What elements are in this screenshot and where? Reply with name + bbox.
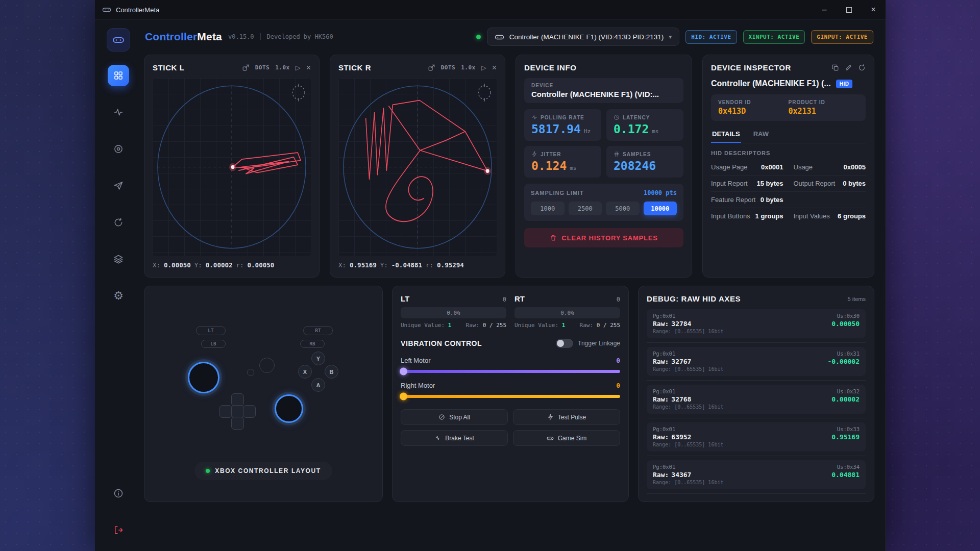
device-inspector-panel: DEVICE INSPECTOR — [702, 55, 874, 278]
limit-option-2500[interactable]: 2500 — [569, 202, 602, 215]
hid-axis-item: Pg:0x01Us:0x32 Raw:327680.00002 Range: [… — [647, 385, 866, 414]
brake-test-button[interactable]: Brake Test — [401, 430, 508, 446]
vendor-id-cell: VENDOR ID 0x413D — [718, 99, 789, 116]
trigger-linkage-label: Trigger Linkage — [578, 340, 620, 347]
sampling-limit-value: 10000 pts — [644, 189, 677, 196]
logo-primary: Controller — [145, 31, 197, 42]
product-id-value: 0x2131 — [789, 107, 859, 116]
popout-icon[interactable] — [428, 64, 435, 71]
play-icon[interactable]: ▷ — [296, 64, 301, 71]
debug-axes-panel: DEBUG: RAW HID AXES 5 items Pg:0x01Us:0x… — [638, 286, 874, 502]
developer-label: Developed by HK560 — [267, 33, 333, 40]
connection-status-dot — [476, 35, 481, 39]
panel-title: DEVICE INFO — [524, 63, 683, 72]
stick-l-position-dot — [231, 165, 235, 169]
hash-icon — [614, 151, 620, 157]
stick-r-trace — [366, 101, 487, 222]
product-id-cell: PRODUCT ID 0x2131 — [789, 99, 859, 116]
sidebar-item-send[interactable] — [108, 175, 129, 196]
vendor-id-value: 0x413D — [718, 107, 789, 116]
sidebar-item-layers[interactable] — [108, 248, 129, 270]
left-motor-slider[interactable] — [401, 370, 620, 373]
hid-axis-item: Pg:0x01Us:0x30 Raw:327840.00050 Range: [… — [647, 309, 866, 338]
limit-option-5000[interactable]: 5000 — [606, 202, 640, 215]
stick-l-coordinates: X:0.00050 Y:0.00002 r:0.00050 — [153, 261, 311, 269]
plot-mode-button[interactable]: DOTS — [255, 64, 270, 71]
layers-icon — [113, 254, 124, 264]
right-motor-slider[interactable] — [401, 395, 620, 398]
x-button: X — [298, 365, 312, 379]
trash-icon — [550, 234, 557, 241]
copy-icon[interactable] — [831, 64, 839, 71]
sampling-limit-label: SAMPLING LIMIT — [531, 190, 584, 196]
app-logo-avatar — [107, 28, 130, 52]
gear-icon: ⚙ — [113, 290, 124, 302]
slider-thumb[interactable] — [400, 368, 407, 375]
activity-icon — [531, 114, 537, 120]
close-icon[interactable]: × — [306, 64, 311, 72]
sidebar-item-dashboard[interactable] — [108, 65, 129, 86]
recenter-icon[interactable] — [292, 84, 305, 102]
info-icon — [113, 488, 124, 498]
slider-thumb[interactable] — [400, 393, 407, 400]
hid-axis-item: Pg:0x01Us:0x33 Raw:639520.95169 Range: [… — [647, 422, 866, 452]
header-divider — [260, 33, 261, 40]
plot-zoom-button[interactable]: 1.0x — [275, 64, 290, 71]
close-icon[interactable]: × — [492, 64, 497, 72]
triggers-vibration-panel: LT 0 0.0% Unique Value: 1 Raw: 0 / 255 — [392, 286, 629, 502]
stop-all-button[interactable]: Stop All — [401, 409, 508, 425]
gamepad-icon — [495, 32, 504, 42]
inspector-tabs: DETAILS RAW — [711, 128, 866, 143]
tab-raw[interactable]: RAW — [752, 128, 770, 143]
guide-button — [259, 358, 275, 373]
popout-icon[interactable] — [366, 294, 374, 302]
minimize-button[interactable]: – — [812, 0, 837, 19]
edit-pencil-icon[interactable] — [845, 64, 852, 71]
selected-device-label: Controller (MACHENIKE F1) (VID:413D PID:… — [509, 33, 664, 41]
sidebar-item-info[interactable] — [108, 483, 129, 504]
limit-option-10000[interactable]: 10000 — [644, 202, 677, 215]
refresh-icon[interactable] — [858, 64, 866, 71]
stick-l-trace — [233, 153, 301, 173]
test-pulse-button[interactable]: Test Pulse — [513, 409, 620, 425]
controller-layout-panel: LT LB RT RB Y X B A — [144, 286, 383, 502]
popout-icon[interactable] — [242, 64, 250, 71]
inspector-device-name: Controller (MACHENIKE F1) (... — [711, 79, 831, 88]
panel-title: DEVICE INSPECTOR — [711, 63, 791, 72]
device-select-dropdown[interactable]: Controller (MACHENIKE F1) (VID:413D PID:… — [487, 28, 679, 46]
activity-icon — [434, 435, 441, 441]
clear-history-button[interactable]: CLEAR HISTORY SAMPLES — [524, 228, 683, 247]
latency-metric: LATENCY 0.172ms — [606, 109, 683, 141]
a-button: A — [311, 378, 325, 392]
hid-descriptors-title: HID DESCRIPTORS — [711, 150, 866, 156]
trigger-linkage-toggle[interactable] — [556, 339, 573, 348]
rt-button: RT — [303, 326, 333, 335]
play-icon[interactable]: ▷ — [481, 64, 486, 71]
close-button[interactable]: × — [861, 0, 886, 19]
content-grid: STICK L DOTS 1.0x ▷ × — [144, 48, 874, 551]
stick-r-plot[interactable] — [338, 78, 497, 256]
lb-button: LB — [201, 340, 226, 348]
game-sim-button[interactable]: Game Sim — [513, 430, 620, 446]
limit-option-1000[interactable]: 1000 — [531, 202, 565, 215]
hid-chip-badge: HID — [836, 80, 853, 88]
right-motor-value: 0 — [616, 382, 620, 389]
sidebar-item-history[interactable] — [108, 212, 129, 233]
stick-l-plot[interactable] — [153, 78, 311, 256]
sidebar-item-calibration[interactable] — [108, 138, 129, 160]
panel-title: STICK R — [338, 63, 371, 72]
gamepad-icon — [547, 435, 554, 442]
maximize-icon — [846, 7, 852, 13]
plot-mode-button[interactable]: DOTS — [441, 64, 456, 71]
logout-button[interactable] — [108, 519, 129, 541]
target-icon — [113, 144, 124, 154]
tab-details[interactable]: DETAILS — [711, 128, 741, 143]
maximize-button[interactable] — [837, 0, 861, 19]
sidebar-item-settings[interactable]: ⚙ — [108, 285, 129, 307]
panel-title: STICK L — [153, 63, 185, 72]
lightning-icon — [547, 414, 554, 420]
sidebar-item-activity[interactable] — [108, 102, 129, 123]
plot-zoom-button[interactable]: 1.0x — [461, 64, 476, 71]
recenter-icon[interactable] — [478, 84, 491, 102]
lt-trigger-block: LT 0 0.0% Unique Value: 1 Raw: 0 / 255 — [401, 294, 506, 329]
